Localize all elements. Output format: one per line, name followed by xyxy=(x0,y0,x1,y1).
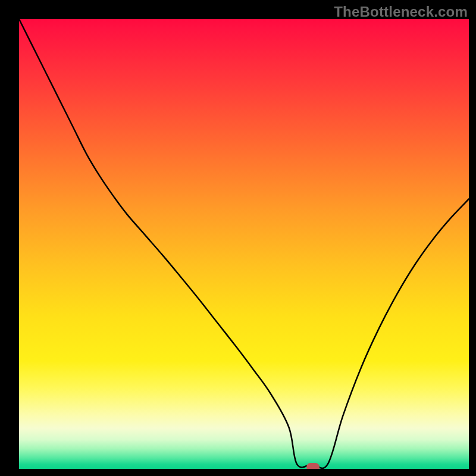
bottleneck-curve xyxy=(19,19,469,469)
optimal-marker xyxy=(306,463,320,469)
plot-area xyxy=(19,19,469,469)
chart-frame: TheBottleneck.com xyxy=(0,0,476,476)
watermark-text: TheBottleneck.com xyxy=(334,4,468,20)
